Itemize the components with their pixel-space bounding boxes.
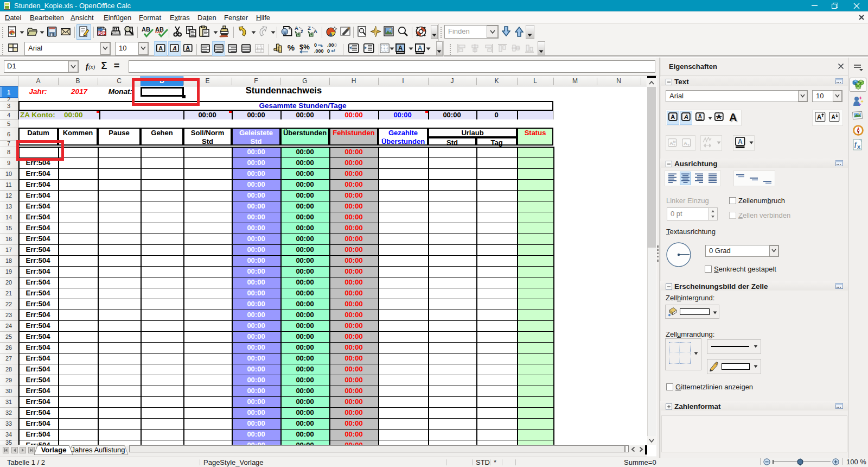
svg-text:A: A: [186, 45, 190, 51]
svg-text:0: 0: [334, 43, 337, 48]
svg-text:A: A: [684, 113, 688, 120]
svg-text:AB: AB: [142, 26, 150, 33]
svg-text:.00: .00: [327, 43, 334, 48]
svg-text:A: A: [738, 138, 743, 146]
svg-text:A: A: [698, 113, 702, 119]
svg-text:PDF: PDF: [98, 31, 105, 35]
svg-text:z: z: [301, 28, 303, 34]
svg-text:A: A: [831, 114, 835, 120]
svg-text:x: x: [857, 143, 861, 150]
svg-text:A: A: [817, 113, 822, 121]
svg-text:M: M: [673, 140, 676, 143]
svg-text:A: A: [671, 113, 675, 120]
svg-text:A: A: [295, 26, 298, 31]
svg-text:A: A: [158, 45, 163, 52]
svg-text:0: 0: [327, 48, 330, 54]
svg-text:A: A: [314, 28, 317, 34]
svg-text:0: 0: [314, 43, 317, 48]
svg-text:T: T: [687, 143, 690, 147]
svg-text:Z: Z: [308, 26, 311, 31]
svg-text:A: A: [172, 45, 177, 52]
svg-text:A: A: [398, 45, 403, 52]
svg-text:.000: .000: [314, 48, 324, 54]
svg-text:A: A: [418, 45, 423, 52]
svg-text:$%: $%: [299, 43, 310, 51]
